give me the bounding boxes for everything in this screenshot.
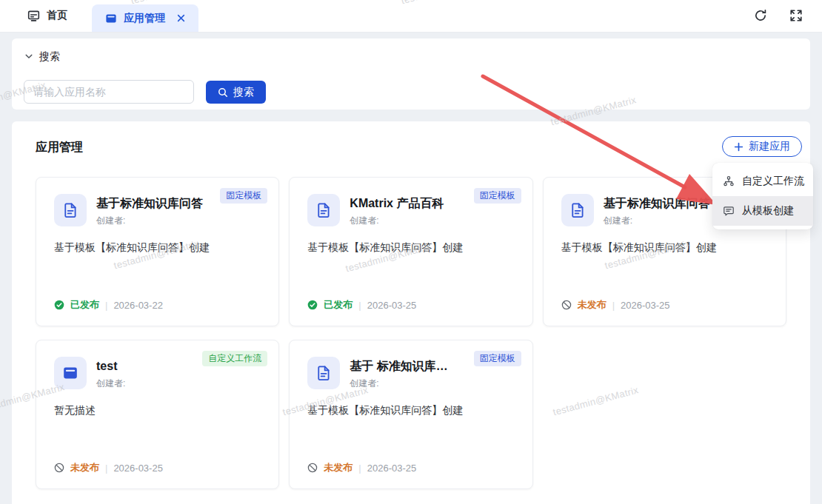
card-title: KMatrix 产品百科 bbox=[350, 196, 444, 210]
separator: | bbox=[358, 300, 361, 311]
monitor-icon bbox=[27, 10, 40, 22]
search-section-label: 搜索 bbox=[39, 50, 60, 64]
search-button-label: 搜索 bbox=[233, 86, 254, 99]
card-footer: 未发布 | 2026-03-25 bbox=[307, 461, 416, 474]
search-icon bbox=[218, 87, 228, 98]
card-date: 2026-03-25 bbox=[621, 300, 670, 311]
check-circle-icon bbox=[54, 300, 64, 310]
card-footer: 未发布 | 2026-03-25 bbox=[54, 461, 163, 474]
card-date: 2026-03-25 bbox=[367, 463, 417, 474]
tab-app-management[interactable]: 应用管理 bbox=[92, 4, 198, 32]
new-app-button-label: 新建应用 bbox=[749, 140, 790, 153]
separator: | bbox=[105, 300, 107, 311]
app-card[interactable]: KMatrix 产品百科 创建者: 固定模板 基于模板【标准知识库问答】创建 已… bbox=[289, 177, 532, 326]
card-type-badge: 固定模板 bbox=[474, 188, 521, 204]
card-head-text: KMatrix 产品百科 创建者: bbox=[350, 194, 444, 227]
card-head-text: 基于标准知识库问答 创建者: bbox=[604, 194, 710, 227]
folder-icon bbox=[62, 365, 78, 381]
card-description: 基于模板【标准知识库问答】创建 bbox=[307, 241, 514, 255]
separator: | bbox=[612, 300, 615, 311]
card-status: 未发布 bbox=[578, 298, 607, 312]
tab-app-management-label: 应用管理 bbox=[124, 12, 165, 25]
topbar-actions bbox=[754, 0, 803, 32]
new-app-button[interactable]: 新建应用 bbox=[722, 136, 802, 157]
chevron-down-icon bbox=[24, 51, 33, 63]
card-icon bbox=[561, 194, 594, 226]
tab-home-label: 首页 bbox=[47, 9, 67, 22]
card-creator-label: 创建者: bbox=[350, 377, 447, 390]
page-title: 应用管理 bbox=[36, 140, 83, 155]
card-description: 基于模板【标准知识库问答】创建 bbox=[307, 404, 514, 417]
workflow-icon bbox=[723, 175, 735, 187]
document-icon bbox=[62, 202, 78, 218]
card-creator-label: 创建者: bbox=[96, 215, 203, 227]
card-date: 2026-03-25 bbox=[113, 463, 163, 474]
card-head-text: test 创建者: bbox=[96, 357, 125, 390]
document-icon bbox=[315, 365, 332, 381]
ban-icon bbox=[561, 300, 572, 310]
card-head-text: 基于标准知识库问答 创建者: bbox=[96, 194, 203, 227]
card-status: 未发布 bbox=[324, 461, 352, 474]
card-description: 基于模板【标准知识库问答】创建 bbox=[54, 241, 261, 255]
card-status: 已发布 bbox=[70, 298, 99, 312]
plus-icon bbox=[734, 142, 744, 152]
card-footer: 已发布 | 2026-03-22 bbox=[54, 298, 163, 312]
card-creator-label: 创建者: bbox=[604, 215, 710, 227]
card-footer: 已发布 | 2026-03-25 bbox=[307, 298, 416, 312]
card-footer: 未发布 | 2026-03-25 bbox=[561, 298, 670, 312]
card-type-badge: 自定义工作流 bbox=[202, 351, 267, 366]
card-creator-label: 创建者: bbox=[350, 215, 444, 227]
close-icon[interactable] bbox=[177, 14, 185, 22]
card-date: 2026-03-22 bbox=[113, 300, 163, 311]
top-tab-bar: 首页 应用管理 bbox=[0, 0, 822, 33]
app-name-input[interactable] bbox=[24, 80, 194, 104]
card-icon bbox=[54, 194, 87, 226]
app-card[interactable]: test 创建者: 自定义工作流 暂无描述 未发布 | 2026-03-25 bbox=[36, 340, 279, 489]
refresh-icon[interactable] bbox=[754, 9, 767, 22]
fullscreen-icon[interactable] bbox=[789, 9, 803, 22]
card-description: 基于模板【标准知识库问答】创建 bbox=[561, 241, 768, 255]
menu-item-label: 从模板创建 bbox=[742, 204, 794, 218]
separator: | bbox=[358, 463, 361, 474]
app-card[interactable]: 基于 标准知识库… 创建者: 固定模板 基于模板【标准知识库问答】创建 未发布 … bbox=[289, 340, 532, 489]
cards-grid: 基于标准知识库问答 创建者: 固定模板 基于模板【标准知识库问答】创建 已发布 … bbox=[36, 177, 786, 489]
card-type-badge: 固定模板 bbox=[474, 351, 521, 366]
document-icon bbox=[569, 202, 586, 218]
card-head-text: 基于 标准知识库… 创建者: bbox=[350, 357, 447, 390]
card-title: 基于标准知识库问答 bbox=[604, 196, 710, 210]
search-panel: 搜索 搜索 bbox=[12, 38, 810, 110]
card-icon bbox=[307, 357, 340, 389]
card-date: 2026-03-25 bbox=[367, 300, 417, 311]
search-section-toggle[interactable]: 搜索 bbox=[24, 50, 60, 64]
card-status: 已发布 bbox=[324, 298, 352, 312]
card-description: 暂无描述 bbox=[54, 404, 261, 417]
card-status: 未发布 bbox=[70, 461, 99, 474]
ban-icon bbox=[307, 463, 318, 473]
app-card[interactable]: 基于标准知识库问答 创建者: 固定模板 基于模板【标准知识库问答】创建 已发布 … bbox=[36, 177, 279, 326]
card-title: 基于 标准知识库… bbox=[350, 359, 447, 373]
card-title: 基于标准知识库问答 bbox=[96, 196, 203, 210]
search-button[interactable]: 搜索 bbox=[206, 81, 266, 104]
check-circle-icon bbox=[307, 300, 318, 310]
app-window-icon bbox=[105, 13, 117, 24]
card-creator-label: 创建者: bbox=[96, 377, 125, 390]
card-icon bbox=[54, 357, 87, 389]
card-type-badge: 固定模板 bbox=[220, 188, 267, 204]
menu-item-custom-workflow[interactable]: 自定义工作流 bbox=[712, 167, 813, 196]
ban-icon bbox=[54, 463, 64, 473]
new-app-dropdown: 自定义工作流 从模板创建 bbox=[712, 163, 813, 229]
card-icon bbox=[307, 194, 340, 226]
document-icon bbox=[315, 202, 332, 218]
tab-home[interactable]: 首页 bbox=[27, 0, 67, 32]
app-management-panel: 应用管理 新建应用 基于标准知识库问答 创建者: 固定模板 基于模板【标准知识库 bbox=[12, 121, 810, 504]
separator: | bbox=[105, 463, 107, 474]
comment-template-icon bbox=[723, 205, 735, 217]
card-title: test bbox=[96, 359, 125, 373]
menu-item-create-from-template[interactable]: 从模板创建 bbox=[712, 196, 813, 226]
menu-item-label: 自定义工作流 bbox=[742, 175, 804, 188]
